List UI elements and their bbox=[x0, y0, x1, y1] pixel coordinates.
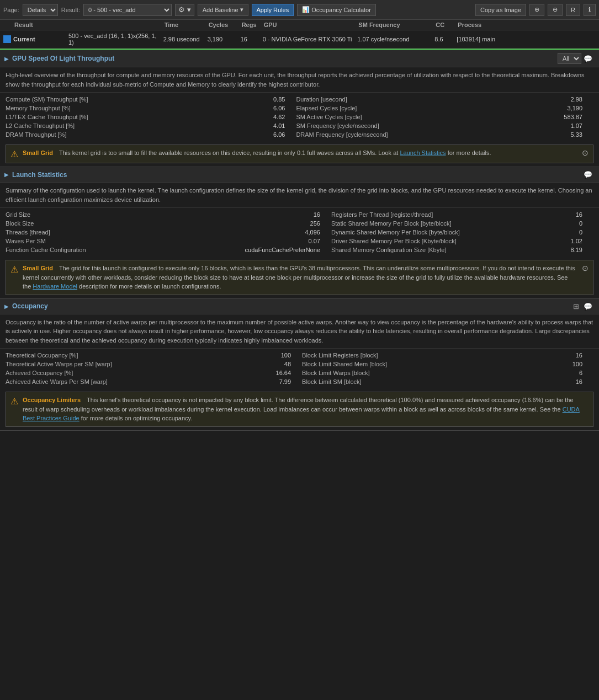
block-size-label: Block Size bbox=[6, 219, 243, 228]
theoretical-warps-value: 48 bbox=[274, 360, 303, 368]
launch-warning-target-icon[interactable]: ⊙ bbox=[582, 264, 589, 272]
gpu-speed-warning-content: Small Grid This kernel grid is too small… bbox=[23, 148, 491, 158]
add-baseline-chevron: ▾ bbox=[240, 6, 243, 13]
metric-l1tex-value: 4.62 bbox=[271, 113, 296, 121]
gpu-speed-warning-text: This kernel grid is too small to fill th… bbox=[59, 149, 491, 156]
metric-elapsed-cycles-label: Elapsed Cycles [cycle] bbox=[296, 104, 561, 113]
metric-duration-label: Duration [usecond] bbox=[296, 95, 561, 104]
current-cc: 8.6 bbox=[434, 36, 457, 42]
occupancy-limiters-content: Occupancy Limiters This kernel's theoret… bbox=[23, 396, 589, 423]
metric-compute-sm-label: Compute (SM) Throughput [%] bbox=[6, 95, 271, 104]
occupancy-section: ▶ Occupancy ⊞ 💬 Occupancy is the ratio o… bbox=[0, 299, 599, 431]
occupancy-limiters-warning: ⚠ Occupancy Limiters This kernel's theor… bbox=[6, 392, 593, 427]
col-sm-freq: SM Frequency bbox=[357, 22, 434, 28]
launch-stats-title: Launch Statistics bbox=[12, 171, 67, 179]
expand-triangle-occupancy: ▶ bbox=[4, 303, 9, 309]
func-cache-value: cudaFuncCachePreferNone bbox=[243, 245, 331, 254]
shared-mem-config-label: Shared Memory Configuration Size [Kbyte] bbox=[331, 245, 569, 254]
expand-triangle-gpu: ▶ bbox=[4, 56, 9, 62]
current-result: 500 - vec_add (16, 1, 1)x(256, 1, 1) bbox=[68, 33, 163, 46]
driver-shared-label: Driver Shared Memory Per Block [Kbyte/bl… bbox=[331, 237, 569, 245]
launch-statistics-link[interactable]: Launch Statistics bbox=[400, 149, 446, 156]
col-time: Time bbox=[163, 22, 208, 28]
occupancy-metrics: Theoretical Occupancy [%] 100 Block Limi… bbox=[0, 349, 599, 388]
func-cache-label: Function Cache Configuration bbox=[6, 245, 243, 254]
col-gpu: GPU bbox=[263, 22, 358, 28]
block-limit-sm-value: 16 bbox=[570, 377, 593, 386]
col-result: Result bbox=[13, 22, 68, 28]
warning-target-icon[interactable]: ⊙ bbox=[582, 148, 589, 157]
metric-dram-label: DRAM Throughput [%] bbox=[6, 130, 271, 139]
add-baseline-label: Add Baseline bbox=[203, 7, 238, 13]
block-limit-warps-label: Block Limit Warps [block] bbox=[302, 368, 570, 377]
apply-rules-label: Apply Rules bbox=[257, 7, 289, 13]
expand-triangle-launch: ▶ bbox=[4, 172, 9, 178]
current-gpu: 0 - NVIDIA GeForce RTX 3060 Ti bbox=[263, 36, 358, 42]
gpu-speed-warning: ⚠ Small Grid This kernel grid is too sma… bbox=[6, 145, 593, 163]
occupancy-description: Occupancy is the ratio of the number of … bbox=[0, 314, 599, 349]
launch-stats-warning: ⚠ Small Grid The grid for this launch is… bbox=[6, 260, 593, 295]
zoom-out-button[interactable]: ⊖ bbox=[548, 4, 563, 16]
filter-button[interactable]: ⚙ ▾ bbox=[175, 4, 194, 16]
current-time: 2.98 usecond bbox=[163, 36, 208, 42]
launch-stats-warning-title: Small Grid bbox=[23, 265, 53, 271]
current-row: Current 500 - vec_add (16, 1, 1)x(256, 1… bbox=[0, 30, 599, 49]
page-select[interactable]: Details bbox=[23, 4, 58, 16]
regs-per-thread-value: 16 bbox=[569, 210, 593, 219]
gpu-speed-description: High-level overview of the throughput fo… bbox=[0, 67, 599, 93]
block-size-value: 256 bbox=[243, 219, 331, 228]
driver-shared-value: 1.02 bbox=[569, 237, 593, 245]
warning-icon-gpu: ⚠ bbox=[10, 149, 18, 159]
current-sm-freq: 1.07 cycle/nsecond bbox=[357, 36, 434, 42]
info-button[interactable]: ℹ bbox=[584, 4, 596, 16]
result-select[interactable]: 0 - 500 - vec_add bbox=[83, 4, 172, 16]
current-process: [103914] main bbox=[457, 36, 552, 42]
apply-rules-button[interactable]: Apply Rules bbox=[252, 4, 294, 16]
occupancy-limiters-title: Occupancy Limiters bbox=[23, 397, 81, 403]
gpu-speed-comment-button[interactable]: 💬 bbox=[581, 54, 595, 63]
current-label: Current bbox=[13, 36, 68, 42]
theoretical-occ-value: 100 bbox=[274, 351, 303, 360]
gpu-speed-title: GPU Speed Of Light Throughput bbox=[12, 55, 114, 62]
add-baseline-button[interactable]: Add Baseline ▾ bbox=[198, 4, 248, 16]
metric-memory-value: 6.06 bbox=[271, 104, 296, 113]
metric-l1tex-label: L1/TEX Cache Throughput [%] bbox=[6, 113, 271, 121]
current-regs: 16 bbox=[241, 36, 263, 42]
reset-zoom-button[interactable]: R bbox=[566, 4, 580, 16]
col-regs: Regs bbox=[241, 22, 263, 28]
col-process: Process bbox=[457, 22, 552, 28]
occupancy-table-button[interactable]: ⊞ bbox=[571, 302, 581, 311]
gpu-speed-metrics: Compute (SM) Throughput [%] 0.85 Duratio… bbox=[0, 93, 599, 141]
occupancy-calculator-button[interactable]: 📊 Occupancy Calculator bbox=[297, 4, 376, 16]
calc-icon: 📊 bbox=[302, 6, 310, 13]
zoom-in-button[interactable]: ⊕ bbox=[529, 4, 544, 16]
copy-as-image-button[interactable]: Copy as Image bbox=[475, 4, 526, 16]
block-limit-sm-label: Block Limit SM [block] bbox=[302, 377, 570, 386]
launch-stats-warning-text: The grid for this launch is configured t… bbox=[23, 265, 575, 290]
metric-sm-active-label: SM Active Cycles [cycle] bbox=[296, 113, 561, 121]
launch-stats-warning-content: Small Grid The grid for this launch is c… bbox=[23, 264, 577, 291]
occupancy-comment-button[interactable]: 💬 bbox=[581, 302, 595, 311]
hardware-model-link[interactable]: Hardware Model bbox=[33, 283, 77, 290]
metric-sm-freq-label: SM Frequency [cycle/nsecond] bbox=[296, 121, 561, 130]
gpu-speed-warning-title: Small Grid bbox=[23, 149, 53, 156]
warning-icon-launch: ⚠ bbox=[10, 264, 18, 275]
gpu-speed-filter-select[interactable]: All bbox=[558, 53, 581, 64]
launch-stats-description: Summary of the configuration used to lau… bbox=[0, 183, 599, 208]
block-limit-regs-label: Block Limit Registers [block] bbox=[302, 351, 570, 360]
metric-compute-sm-value: 0.85 bbox=[271, 95, 296, 104]
block-limit-shared-value: 100 bbox=[570, 360, 593, 368]
regs-per-thread-label: Registers Per Thread [register/thread] bbox=[331, 210, 569, 219]
column-headers: Result Time Cycles Regs GPU SM Frequency… bbox=[0, 20, 599, 30]
launch-stats-header[interactable]: ▶ Launch Statistics 💬 bbox=[0, 167, 599, 183]
block-limit-shared-label: Block Limit Shared Mem [block] bbox=[302, 360, 570, 368]
shared-mem-config-value: 8.19 bbox=[569, 245, 593, 254]
launch-stats-comment-button[interactable]: 💬 bbox=[581, 170, 595, 179]
gpu-speed-header[interactable]: ▶ GPU Speed Of Light Throughput All 💬 bbox=[0, 50, 599, 67]
result-label: Result: bbox=[61, 7, 80, 13]
metric-sm-freq-value: 1.07 bbox=[561, 121, 593, 130]
gpu-speed-section: ▶ GPU Speed Of Light Throughput All 💬 Hi… bbox=[0, 50, 599, 167]
achieved-warps-label: Achieved Active Warps Per SM [warp] bbox=[6, 377, 274, 386]
page-label: Page: bbox=[3, 7, 19, 13]
occupancy-header[interactable]: ▶ Occupancy ⊞ 💬 bbox=[0, 299, 599, 314]
